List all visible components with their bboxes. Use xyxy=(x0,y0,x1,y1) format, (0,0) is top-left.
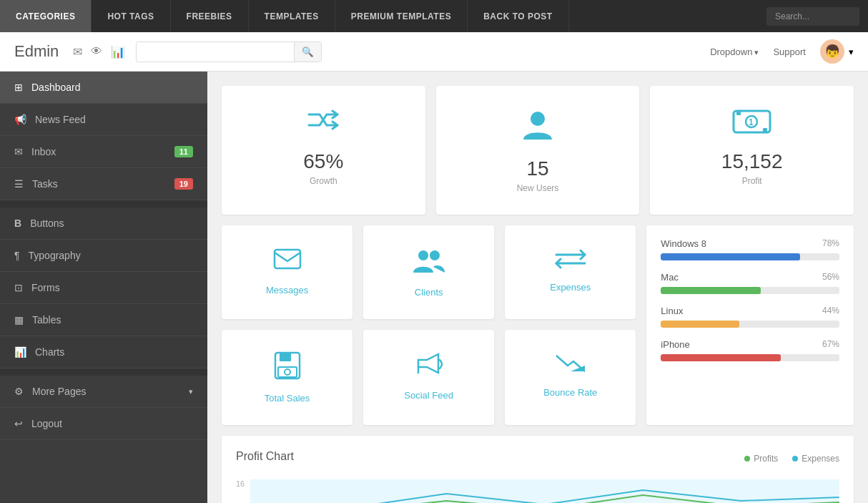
progress-bg-mac xyxy=(661,287,839,294)
sidebar-item-dashboard[interactable]: ⊞ Dashboard xyxy=(0,72,207,104)
profit-value: 15,152 xyxy=(721,150,783,173)
nav-categories[interactable]: CATEGORIES xyxy=(0,0,92,32)
tasks-badge: 19 xyxy=(174,178,193,190)
sidebar-item-tasks[interactable]: ☰ Tasks 19 xyxy=(0,168,207,200)
chart-down-icon xyxy=(556,351,585,380)
tile-bounce-rate[interactable]: Bounce Rate xyxy=(505,330,636,425)
clients-label: Clients xyxy=(415,287,443,298)
top-nav: CATEGORIES HOT TAGS FREEBIES Templates P… xyxy=(0,0,868,32)
legend-profits-label: Profits xyxy=(754,454,778,464)
sidebar-item-tables[interactable]: ▦ Tables xyxy=(0,304,207,336)
header-icon-group: ✉ 👁 📊 xyxy=(73,45,125,59)
tile-social-feed[interactable]: Social Feed xyxy=(363,330,494,425)
sidebar-item-news-feed[interactable]: 📢 News Feed xyxy=(0,104,207,136)
stat-label-iphone: iPhone xyxy=(661,339,689,350)
progress-fill-windows xyxy=(661,253,800,260)
stat-pct-iphone: 67% xyxy=(822,339,839,350)
tile-total-sales[interactable]: Total Sales xyxy=(222,330,352,425)
charts-icon: 📊 xyxy=(14,346,26,358)
header-search-input[interactable] xyxy=(137,42,294,62)
svg-point-7 xyxy=(418,250,428,260)
header-search-button[interactable]: 🔍 xyxy=(294,42,321,62)
svg-point-8 xyxy=(430,250,440,260)
tile-messages[interactable]: Messages xyxy=(222,225,352,319)
stat-row-iphone: iPhone 67% xyxy=(661,339,839,361)
tiles-section: Messages Clients xyxy=(222,225,636,425)
sidebar-label-more-pages: More Pages xyxy=(32,386,86,397)
news-icon: 📢 xyxy=(14,114,26,125)
progress-fill-linux xyxy=(661,321,739,328)
header-search: 🔍 xyxy=(136,41,322,62)
sidebar-item-logout[interactable]: ↩ Logout xyxy=(0,408,207,440)
sidebar-label-typography: Typography xyxy=(29,250,81,261)
sidebar-item-inbox[interactable]: ✉ Inbox 11 xyxy=(0,136,207,168)
growth-value: 65% xyxy=(303,150,343,173)
expenses-label: Expenses xyxy=(550,282,591,293)
stat-pct-mac: 56% xyxy=(822,272,839,283)
svg-marker-16 xyxy=(571,366,585,371)
avatar-image: 👦 xyxy=(820,39,844,64)
legend-expenses: Expenses xyxy=(792,454,839,464)
svg-text:1: 1 xyxy=(749,117,754,127)
eye-icon[interactable]: 👁 xyxy=(91,45,102,59)
mail-icon[interactable]: ✉ xyxy=(73,45,82,59)
sidebar-divider-1 xyxy=(0,200,207,207)
tables-icon: ▦ xyxy=(14,314,24,326)
nav-back-to-post[interactable]: Back to Post xyxy=(468,0,568,32)
header-support[interactable]: Support xyxy=(773,47,806,57)
stat-row-linux: Linux 44% xyxy=(661,306,839,328)
growth-label: Growth xyxy=(310,176,337,186)
sidebar-item-charts[interactable]: 📊 Charts xyxy=(0,336,207,368)
top-nav-search-container xyxy=(758,0,868,32)
nav-premium-templates[interactable]: Premium Templates xyxy=(335,0,468,32)
stat-cards-row: 65% Growth 15 New Users xyxy=(222,86,854,215)
sidebar-label-news-feed: News Feed xyxy=(35,114,86,125)
sidebar-label-logout: Logout xyxy=(31,418,62,429)
users-icon xyxy=(412,247,446,280)
envelope-icon xyxy=(273,247,302,278)
header-dropdown[interactable]: Dropdown xyxy=(710,47,759,57)
header-avatar[interactable]: 👦 ▾ xyxy=(820,39,854,64)
progress-fill-mac xyxy=(661,287,761,294)
sidebar-label-dashboard: Dashboard xyxy=(31,82,81,93)
sidebar-item-buttons[interactable]: B Buttons xyxy=(0,207,207,240)
megaphone-icon xyxy=(414,351,444,383)
bar-chart-icon[interactable]: 📊 xyxy=(111,45,125,59)
progress-bg-windows xyxy=(661,253,839,260)
tile-clients[interactable]: Clients xyxy=(363,225,494,319)
sidebar-item-more-pages[interactable]: ⚙ More Pages ▾ xyxy=(0,376,207,408)
svg-rect-12 xyxy=(280,353,291,361)
chart-y-label: 16 xyxy=(236,479,245,488)
sidebar-item-typography[interactable]: ¶ Typography xyxy=(0,240,207,272)
sidebar-label-tables: Tables xyxy=(32,314,61,326)
card-profit[interactable]: 1 15,152 Profit xyxy=(650,86,854,215)
sidebar-label-tasks: Tasks xyxy=(32,178,58,190)
sidebar-label-forms: Forms xyxy=(31,282,60,293)
stat-label-mac: Mac xyxy=(661,272,679,283)
stat-pct-windows: 78% xyxy=(822,238,839,249)
tile-expenses[interactable]: Expenses xyxy=(505,225,636,319)
inbox-icon: ✉ xyxy=(14,146,23,157)
profit-chart-section: Profit Chart Profits Expenses 16 xyxy=(222,436,854,503)
svg-rect-4 xyxy=(736,111,741,115)
card-growth[interactable]: 65% Growth xyxy=(222,86,425,215)
nav-freebies[interactable]: FREEBIES xyxy=(171,0,249,32)
social-feed-label: Social Feed xyxy=(404,390,453,401)
sidebar: ⊞ Dashboard 📢 News Feed ✉ Inbox 11 ☰ Tas… xyxy=(0,72,207,503)
new-users-value: 15 xyxy=(526,157,548,180)
total-sales-label: Total Sales xyxy=(265,393,310,404)
save-icon xyxy=(274,351,301,386)
messages-label: Messages xyxy=(266,285,308,296)
dashboard-icon: ⊞ xyxy=(14,82,23,93)
sidebar-item-forms[interactable]: ⊡ Forms xyxy=(0,272,207,304)
sidebar-label-inbox: Inbox xyxy=(31,146,56,157)
sidebar-label-buttons: Buttons xyxy=(30,218,64,229)
nav-templates[interactable]: Templates xyxy=(249,0,335,32)
card-new-users[interactable]: 15 New Users xyxy=(436,86,640,215)
top-nav-search-input[interactable] xyxy=(766,7,859,26)
svg-rect-5 xyxy=(763,128,767,132)
nav-hot-tags[interactable]: HOT TAGS xyxy=(92,0,170,32)
svg-point-0 xyxy=(531,112,545,126)
progress-bg-iphone xyxy=(661,354,839,361)
forms-icon: ⊡ xyxy=(14,282,23,293)
